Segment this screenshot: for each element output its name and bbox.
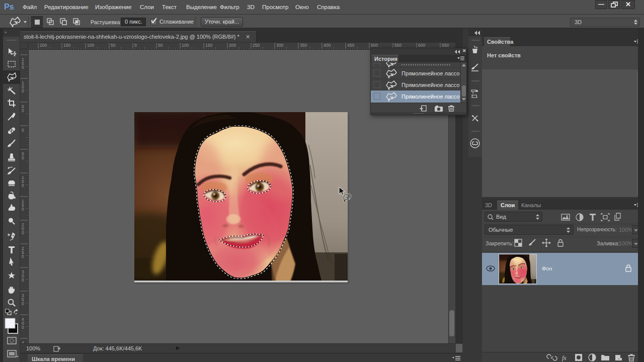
- svg-text:300: 300: [276, 43, 283, 48]
- svg-text:150: 150: [63, 43, 70, 48]
- svg-text:fx: fx: [562, 354, 567, 361]
- svg-text:0: 0: [22, 325, 24, 330]
- svg-text:50: 50: [158, 43, 163, 48]
- svg-text:450: 450: [347, 43, 354, 48]
- svg-text:100: 100: [182, 43, 189, 48]
- svg-text:0: 0: [22, 230, 24, 235]
- svg-text:0: 0: [22, 207, 24, 212]
- svg-text:0: 0: [22, 183, 24, 188]
- svg-text:0: 0: [22, 301, 24, 306]
- svg-text:650: 650: [442, 43, 449, 48]
- svg-text:600: 600: [418, 43, 425, 48]
- svg-text:0: 0: [22, 278, 24, 283]
- svg-text:400: 400: [324, 43, 331, 48]
- svg-text:150: 150: [205, 43, 212, 48]
- svg-text:0: 0: [22, 254, 24, 259]
- svg-text:500: 500: [371, 43, 378, 48]
- svg-text:200: 200: [229, 43, 236, 48]
- svg-text:Прямолинейное лассо: Прямолинейное лассо: [401, 70, 459, 76]
- svg-text:550: 550: [394, 43, 401, 48]
- svg-text:Прямолинейное лассо: Прямолинейное лассо: [401, 94, 459, 100]
- svg-text:50: 50: [111, 43, 116, 48]
- svg-text:200: 200: [40, 43, 47, 48]
- svg-text:250: 250: [253, 43, 260, 48]
- svg-text:100: 100: [87, 43, 94, 48]
- svg-text:350: 350: [300, 43, 307, 48]
- svg-text:0: 0: [22, 128, 24, 133]
- svg-text:0: 0: [22, 88, 24, 94]
- svg-text:Прямолинейное лассо: Прямолинейное лассо: [401, 82, 459, 88]
- svg-text:0: 0: [22, 155, 24, 160]
- svg-text:0: 0: [22, 65, 24, 70]
- svg-text:0: 0: [22, 108, 24, 113]
- svg-text:0: 0: [134, 43, 137, 48]
